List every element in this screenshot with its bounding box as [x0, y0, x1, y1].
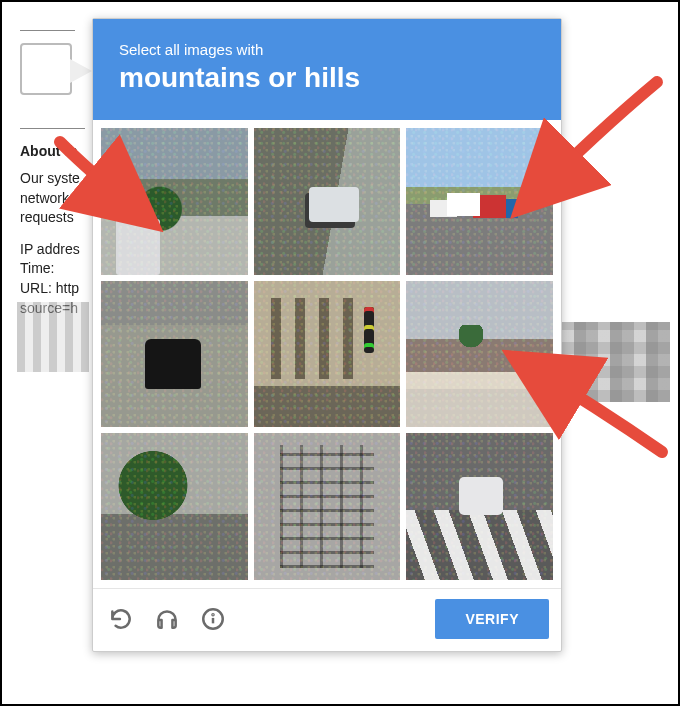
captcha-tile[interactable]	[406, 281, 553, 428]
censored-region	[17, 302, 89, 372]
captcha-tile[interactable]	[101, 433, 248, 580]
bg-ip: IP addres	[20, 241, 80, 257]
bg-text-line: Our syste	[20, 170, 80, 186]
bg-url: URL: http	[20, 280, 79, 296]
captcha-dialog: Select all images with mountains or hill…	[92, 18, 562, 652]
captcha-footer: VERIFY	[93, 588, 561, 651]
audio-icon[interactable]	[153, 605, 181, 633]
captcha-tile[interactable]	[406, 128, 553, 275]
captcha-instruction-pre: Select all images with	[119, 41, 535, 58]
captcha-image-grid	[93, 120, 561, 588]
divider	[20, 30, 75, 31]
verify-button[interactable]: VERIFY	[435, 599, 549, 639]
captcha-tile[interactable]	[254, 433, 401, 580]
captcha-tile[interactable]	[101, 128, 248, 275]
bg-text-line: network.	[20, 190, 73, 206]
captcha-tile[interactable]	[406, 433, 553, 580]
captcha-tile[interactable]	[101, 281, 248, 428]
reload-icon[interactable]	[107, 605, 135, 633]
info-icon[interactable]	[199, 605, 227, 633]
captcha-instruction-target: mountains or hills	[119, 62, 535, 94]
bg-time: Time:	[20, 260, 54, 276]
censored-region	[550, 322, 670, 402]
svg-point-2	[212, 614, 213, 615]
captcha-header: Select all images with mountains or hill…	[93, 19, 561, 120]
captcha-tile[interactable]	[254, 281, 401, 428]
divider	[20, 128, 85, 129]
captcha-footer-icons	[107, 605, 227, 633]
bg-text-line: requests	[20, 209, 74, 225]
captcha-tile[interactable]	[254, 128, 401, 275]
recaptcha-checkbox[interactable]	[20, 43, 72, 95]
